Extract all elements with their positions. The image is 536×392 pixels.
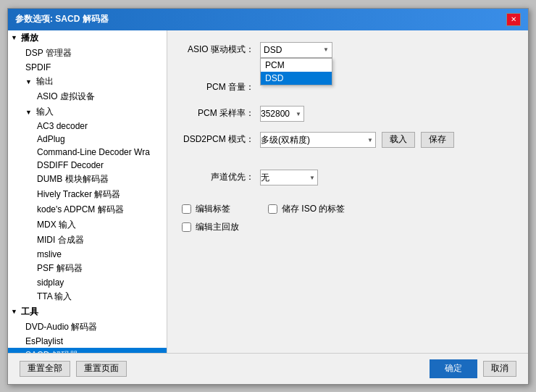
save-button[interactable]: 保存	[421, 132, 454, 148]
ok-button[interactable]: 确定	[430, 359, 477, 378]
pcm-samplerate-select-wrapper[interactable]: 44100 88200 176400 352800	[260, 106, 304, 122]
edit-playback-label: 编辑主回放	[196, 221, 239, 233]
section-tools-label: 工具	[21, 306, 38, 318]
store-iso-checkbox[interactable]	[268, 204, 277, 214]
dialog-title: 参数选项: SACD 解码器	[15, 13, 109, 25]
asio-select-container[interactable]: DSD ▼ PCM DSD	[260, 42, 332, 58]
tree-item-output[interactable]: ▼ 输出	[8, 74, 167, 89]
spacer1	[182, 158, 514, 170]
expand-icon-tools: ▼	[11, 308, 18, 315]
asio-select-display[interactable]: DSD ▼	[260, 42, 332, 58]
label: DSP 管理器	[25, 48, 72, 58]
asio-dropdown-arrow: ▼	[323, 46, 329, 53]
tree-item-sidplay[interactable]: sidplay	[8, 276, 167, 289]
tree-item-cmdline[interactable]: Command-Line Decoder Wra	[8, 146, 167, 159]
expand-icon-input: ▼	[25, 109, 33, 116]
tree-item-hively[interactable]: Hively Tracker 解码器	[8, 187, 167, 202]
asio-row: ASIO 驱动模式： DSD ▼ PCM DSD	[182, 42, 514, 58]
asio-option-pcm[interactable]: PCM	[261, 59, 332, 72]
tree-item-kode[interactable]: kode's ADPCM 解码器	[8, 202, 167, 217]
tree-item-psf[interactable]: PSF 解码器	[8, 261, 167, 276]
edit-playback-checkbox[interactable]	[182, 222, 191, 232]
title-bar: 参数选项: SACD 解码器 ✕	[8, 9, 528, 30]
edit-playback-item: 编辑主回放	[182, 221, 239, 233]
load-button[interactable]: 载入	[382, 132, 415, 148]
asio-dropdown: PCM DSD	[260, 58, 332, 86]
tree-item-tta[interactable]: TTA 输入	[8, 289, 167, 304]
dialog-body: ▼ 播放 DSP 管理器 SPDIF ▼ 输出 ASIO 虚拟设备 ▼ 输入 A…	[8, 30, 528, 353]
section-playback-label: 播放	[21, 32, 38, 44]
settings-panel: ASIO 驱动模式： DSD ▼ PCM DSD PCM 音量：	[167, 30, 528, 353]
edit-tags-checkbox[interactable]	[182, 204, 191, 214]
edit-tags-item: 编辑标签	[182, 203, 239, 215]
tree-item-mdx[interactable]: MDX 输入	[8, 217, 167, 233]
tree-item-dumb[interactable]: DUMB 模块解码器	[8, 172, 167, 187]
store-iso-label: 储存 ISO 的标签	[282, 203, 345, 215]
reset-all-button[interactable]: 重置全部	[20, 361, 70, 377]
dsd2pcm-label: DSD2PCM 模式：	[182, 133, 254, 146]
dsd2pcm-select-wrapper[interactable]: 多级(双精度) 单级 多级(单精度)	[260, 132, 376, 148]
tree-item-adplug[interactable]: AdPlug	[8, 133, 167, 146]
pcm-samplerate-label: PCM 采样率：	[182, 107, 254, 120]
tree-item-dsdiff[interactable]: DSDIFF Decoder	[8, 159, 167, 172]
tree-item-esplaylist[interactable]: EsPlaylist	[8, 335, 167, 348]
bottom-bar: 重置全部 重置页面 确定 取消	[8, 353, 528, 384]
channel-priority-select[interactable]: 无 立体声 多声道	[260, 170, 318, 185]
pcm-samplerate-select[interactable]: 44100 88200 176400 352800	[260, 106, 304, 122]
dsd2pcm-row: DSD2PCM 模式： 多级(双精度) 单级 多级(单精度) 载入 保存	[182, 132, 514, 148]
tree-item-dvdaudio[interactable]: DVD-Audio 解码器	[8, 320, 167, 335]
label: 输入	[36, 107, 54, 117]
store-iso-item: 储存 ISO 的标签	[268, 203, 345, 215]
tree-item-input[interactable]: ▼ 输入	[8, 104, 167, 120]
tree-item-dsp[interactable]: DSP 管理器	[8, 46, 167, 61]
expand-icon-output: ▼	[25, 78, 33, 86]
tree-panel: ▼ 播放 DSP 管理器 SPDIF ▼ 输出 ASIO 虚拟设备 ▼ 输入 A…	[8, 30, 167, 353]
cancel-button[interactable]: 取消	[483, 361, 516, 377]
title-bar-buttons: ✕	[506, 13, 521, 26]
asio-label: ASIO 驱动模式：	[182, 43, 254, 56]
pcm-samplerate-row: PCM 采样率： 44100 88200 176400 352800	[182, 106, 514, 122]
tree-section-playback[interactable]: ▼ 播放	[8, 30, 167, 46]
pcm-volume-label: PCM 音量：	[182, 81, 254, 93]
asio-option-dsd[interactable]: DSD	[261, 72, 332, 85]
close-button[interactable]: ✕	[506, 13, 521, 26]
channel-priority-select-wrapper[interactable]: 无 立体声 多声道	[260, 170, 318, 185]
label: 输出	[36, 76, 54, 86]
asio-selected-value: DSD	[264, 45, 282, 55]
tree-item-sacd[interactable]: SACD 解码器	[8, 348, 167, 353]
channel-priority-label: 声道优先：	[182, 171, 254, 183]
reset-page-button[interactable]: 重置页面	[76, 361, 127, 377]
tree-item-asio-virtual[interactable]: ASIO 虚拟设备	[8, 89, 167, 104]
tree-item-mslive[interactable]: mslive	[8, 248, 167, 261]
dialog: 参数选项: SACD 解码器 ✕ ▼ 播放 DSP 管理器 SPDIF ▼ 输出	[7, 8, 529, 385]
checkbox-group: 编辑标签 编辑主回放 储存 ISO 的标签	[182, 203, 514, 233]
tree-item-ac3[interactable]: AC3 decoder	[8, 120, 167, 133]
tree-item-midi[interactable]: MIDI 合成器	[8, 233, 167, 248]
tree-item-spdif[interactable]: SPDIF	[8, 61, 167, 74]
expand-icon-playback: ▼	[11, 34, 18, 41]
channel-priority-row: 声道优先： 无 立体声 多声道	[182, 170, 514, 185]
dsd2pcm-select[interactable]: 多级(双精度) 单级 多级(单精度)	[260, 132, 376, 148]
tree-section-tools[interactable]: ▼ 工具	[8, 304, 167, 320]
spacer2	[182, 196, 514, 203]
edit-tags-label: 编辑标签	[196, 203, 230, 215]
label: SPDIF	[25, 62, 51, 72]
pcm-volume-row: PCM 音量：	[182, 80, 514, 96]
checkbox-col2: 储存 ISO 的标签	[268, 203, 345, 233]
label: ASIO 虚拟设备	[37, 91, 95, 101]
checkbox-col1: 编辑标签 编辑主回放	[182, 203, 239, 233]
